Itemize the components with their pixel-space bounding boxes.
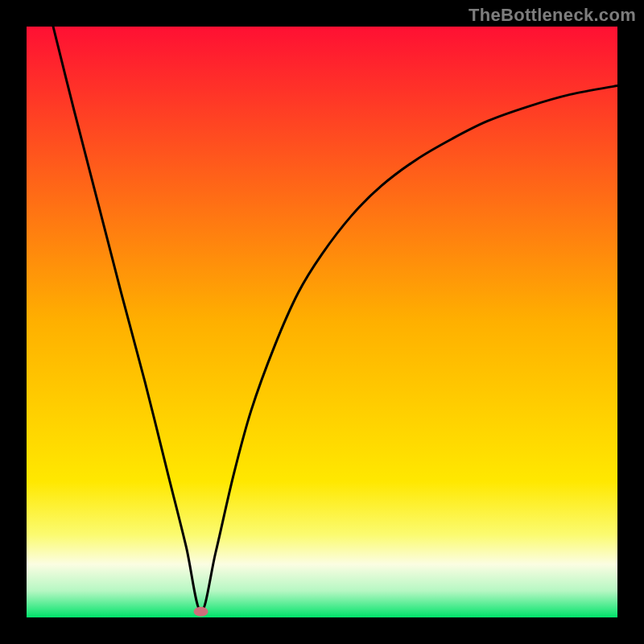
- minimum-marker: [194, 607, 208, 617]
- watermark-text: TheBottleneck.com: [469, 5, 636, 26]
- chart-background: [27, 27, 617, 617]
- chart-frame: TheBottleneck.com: [0, 0, 644, 644]
- plot-area: [27, 27, 617, 617]
- chart-svg: [27, 27, 617, 617]
